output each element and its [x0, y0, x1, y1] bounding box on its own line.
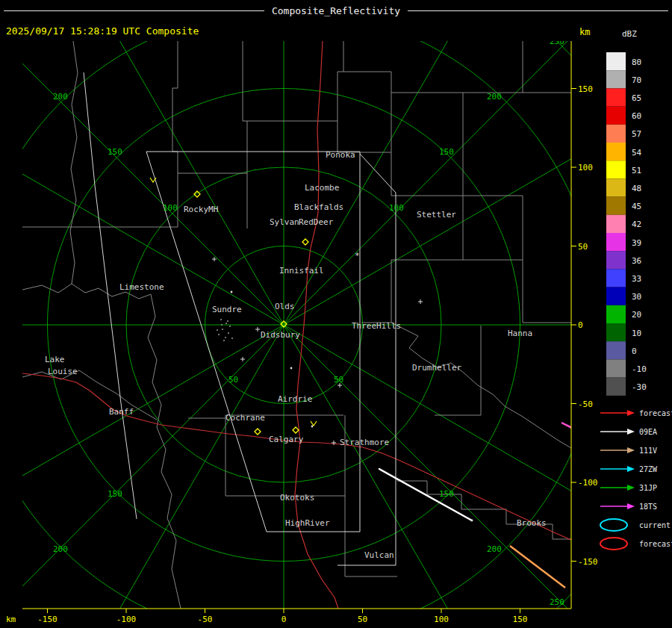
range-label: 150: [439, 147, 454, 157]
county-boundary: [396, 93, 463, 196]
city-label: Strathmore: [340, 438, 389, 447]
radar-window: Composite_Reflectivity 2025/09/17 15:28:…: [0, 0, 672, 628]
colorbar-value: 70: [632, 75, 641, 85]
right-axis-label: 0: [578, 320, 583, 330]
colorbar-swatch: [606, 269, 626, 287]
city-label: Hanna: [508, 329, 532, 338]
legend-arrowhead: [627, 429, 635, 435]
chevron-marker: [311, 421, 317, 426]
legend-arrow-label: 111V: [639, 447, 657, 455]
colorbar-value: 0: [632, 346, 637, 356]
city-label: Calgary: [269, 435, 304, 444]
legend-arrowhead: [627, 410, 635, 416]
range-label: 250: [1, 37, 16, 46]
range-label: 200: [487, 92, 502, 102]
legend-ellipse: [600, 519, 627, 531]
clutter-dot: [229, 326, 231, 327]
colorbar-swatch: [606, 341, 626, 359]
colorbar-swatch: [606, 70, 626, 88]
range-label: 250: [1, 597, 16, 607]
county-boundary: [188, 415, 343, 418]
magenta-track-line: [561, 423, 575, 429]
colorbar-value: 39: [632, 238, 641, 248]
bottom-axis-unit: km: [6, 615, 16, 624]
aircraft-symbol: *: [355, 251, 360, 261]
clutter-dot: [223, 340, 225, 341]
right-axis-label: 100: [578, 163, 593, 172]
legend-arrow-label: 18TS: [639, 503, 657, 511]
aircraft-symbol: [418, 299, 423, 304]
colorbar-value: 10: [632, 329, 641, 338]
right-axis-label: 150: [578, 84, 593, 94]
bottom-axis-label: 150: [513, 615, 528, 624]
colorbar-value: 36: [632, 256, 641, 266]
colorbar-value: 51: [632, 166, 641, 175]
city-label: Sundre: [212, 305, 242, 314]
colorbar-swatch: [606, 52, 626, 70]
colorbar-value: 42: [632, 220, 641, 229]
bottom-axis-label: -100: [116, 615, 137, 624]
clutter-dot: [225, 337, 226, 338]
clutter-dot: [231, 338, 233, 339]
city-label: Airdrie: [278, 394, 312, 404]
colorbar-value: 33: [632, 274, 641, 284]
colorbar-swatch: [606, 378, 626, 396]
city-label: ThreeHills: [352, 321, 401, 331]
bottom-axis-label: 50: [358, 615, 367, 624]
clutter-dot: [220, 319, 222, 320]
right-axis-label: -150: [578, 557, 598, 567]
colorbar-value: 54: [632, 148, 642, 158]
aircraft-symbol: [212, 257, 217, 261]
colorbar-swatch: [606, 161, 626, 178]
clutter-dot: [222, 329, 223, 330]
legend-arrow-label: 31JP: [639, 484, 657, 492]
colorbar-swatch: [606, 359, 626, 377]
city-label: Vulcan: [364, 550, 394, 560]
colorbar-swatch: [606, 197, 626, 215]
azimuth-line: [52, 0, 284, 325]
range-label: 250: [550, 37, 564, 46]
colorbar-value: 80: [632, 57, 641, 67]
legend-arrowhead: [627, 447, 635, 453]
range-label: 150: [439, 489, 454, 499]
aircraft-symbol: [231, 291, 233, 293]
county-boundary: [397, 481, 571, 539]
city-label: RockyMH: [184, 205, 218, 214]
city-label: Innisfail: [279, 266, 324, 276]
colorbar-value: 57: [632, 129, 641, 139]
county-boundary: [463, 196, 523, 260]
city-label: Cochrane: [225, 413, 265, 423]
colorbar-value: 20: [632, 310, 641, 320]
legend-ellipse-label: current: [639, 521, 671, 529]
right-axis-label: -100: [578, 478, 598, 488]
legend-ellipse-label: forecast: [639, 540, 672, 548]
legend-ellipse: [600, 538, 627, 550]
bottom-axis-label: -150: [37, 615, 57, 624]
colorbar-swatch: [606, 178, 626, 196]
range-label: 250: [1, 276, 16, 286]
aircraft-symbol: [471, 520, 473, 522]
county-boundary: [225, 418, 345, 496]
county-boundary: [22, 370, 157, 420]
colorbar-swatch: [606, 305, 626, 323]
range-label: 50: [228, 375, 238, 385]
legend-arrowhead: [627, 485, 635, 491]
clutter-dot: [221, 324, 223, 326]
legend-arrow-label: forecast: [639, 409, 672, 417]
azimuth-line: [284, 0, 611, 325]
clutter-dot: [218, 334, 220, 335]
county-boundary: [523, 260, 571, 323]
city-label: Banff: [109, 407, 134, 417]
colorbar-title: dBZ: [622, 29, 637, 39]
right-axis-label: -50: [578, 400, 593, 409]
city-label: Ponoka: [326, 150, 355, 160]
bottom-axis-label: 100: [434, 615, 449, 624]
highway-line: [22, 373, 300, 442]
range-label: 250: [550, 597, 564, 607]
bottom-axis-label: -50: [198, 615, 213, 624]
colorbar-swatch: [606, 88, 626, 106]
range-label: 200: [53, 544, 68, 554]
colorbar-swatch: [606, 107, 626, 125]
colorbar-swatch: [606, 143, 626, 161]
city-label: Lake: [45, 355, 65, 364]
